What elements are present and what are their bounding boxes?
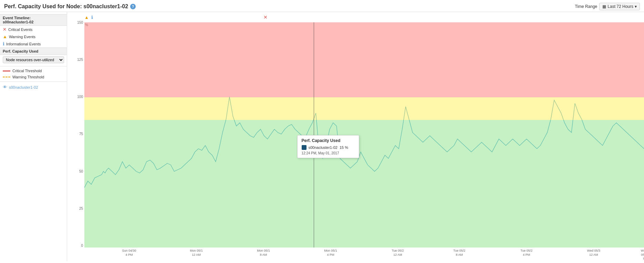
event-icon-info: ℹ xyxy=(91,15,93,20)
warning-threshold-label: Warning Threshold xyxy=(12,75,44,79)
perf-section-label: Perf. Capacity Used xyxy=(3,49,38,53)
event-timeline-node: s00nacluster1-02 xyxy=(3,20,33,24)
x-label-3: Mon 05/14 PM xyxy=(324,249,337,257)
info-events-label: Informational Events xyxy=(6,42,41,46)
sidebar-divider-1 xyxy=(0,66,67,66)
calendar-icon: ▦ xyxy=(602,4,606,9)
page-title: Perf. Capacity Used for Node: s00naclust… xyxy=(4,3,136,10)
warning-threshold-item: Warning Threshold xyxy=(0,74,67,80)
node-item[interactable]: 👁 s00nacluster1-02 xyxy=(0,83,67,91)
sidebar-item-warning-events[interactable]: ▲ Warning Events xyxy=(0,33,67,40)
header: Perf. Capacity Used for Node: s00naclust… xyxy=(0,0,644,12)
time-range-label: Time Range xyxy=(575,4,597,9)
x-label-6: Tue 05/24 PM xyxy=(520,249,532,257)
event-icons-row: ✕ xyxy=(84,12,644,22)
sidebar-divider-2 xyxy=(0,81,67,82)
help-icon[interactable]: ? xyxy=(130,4,136,9)
sidebar-item-critical-events[interactable]: ✕ Critical Events xyxy=(0,26,67,33)
critical-events-label: Critical Events xyxy=(8,28,32,32)
perf-section-header: Perf. Capacity Used xyxy=(0,47,67,55)
x-label-4: Tue 05/212 AM xyxy=(392,249,404,257)
critical-events-icon: ✕ xyxy=(3,27,7,32)
warning-threshold-line xyxy=(3,77,10,77)
event-icon-critical: ✕ xyxy=(263,14,268,20)
critical-threshold-label: Critical Threshold xyxy=(12,69,42,73)
event-timeline-label: Event Timeline: xyxy=(3,16,31,20)
y-label-0: 0 xyxy=(81,244,83,248)
warning-events-icon: ▲ xyxy=(3,34,7,39)
critical-threshold-item: Critical Threshold xyxy=(0,68,67,74)
tooltip-row: s00nacluster1-02 15 % xyxy=(302,145,355,150)
y-label-100: 100 xyxy=(77,95,83,99)
tooltip-time: 12:24 PM, May 01, 2017 xyxy=(302,151,355,155)
x-label-8: Wed 05/38 AM xyxy=(641,249,644,261)
perf-dropdown-section: Node resources over-utilized xyxy=(0,55,67,65)
x-label-0: Sun 04/304 PM xyxy=(122,249,136,257)
y-label-75: 75 xyxy=(79,132,83,136)
x-label-1: Mon 05/112 AM xyxy=(190,249,203,257)
y-axis: 150 125 100 75 50 25 0 xyxy=(67,21,84,248)
perf-dropdown[interactable]: Node resources over-utilized xyxy=(3,56,64,63)
chart-container: ✕ ▲ ℹ 150 125 100 75 50 25 0 % xyxy=(67,12,644,261)
time-range-button[interactable]: ▦ Last 72 Hours ▾ xyxy=(599,3,640,10)
x-label-2: Mon 05/18 AM xyxy=(257,249,270,257)
zone-warning xyxy=(84,97,644,120)
page-title-text: Perf. Capacity Used for Node: s00naclust… xyxy=(4,3,128,10)
y-label-125: 125 xyxy=(77,58,83,62)
chart-plot: % xyxy=(84,22,644,248)
chart-area: ✕ ▲ ℹ 150 125 100 75 50 25 0 % xyxy=(67,12,644,261)
tooltip-value: 15 % xyxy=(340,145,348,150)
main-content: Event Timeline: s00nacluster1-02 ✕ Criti… xyxy=(0,12,644,261)
event-icon-warning: ▲ xyxy=(84,15,89,20)
sidebar-item-info-events[interactable]: ℹ Informational Events xyxy=(0,40,67,47)
info-events-icon: ℹ xyxy=(3,41,4,46)
event-timeline-header: Event Timeline: s00nacluster1-02 xyxy=(0,14,67,26)
tooltip-title: Perf. Capacity Used xyxy=(302,138,355,143)
node-label: s00nacluster1-02 xyxy=(9,85,38,89)
y-label-25: 25 xyxy=(79,207,83,210)
x-axis: Sun 04/304 PM Mon 05/112 AM Mon 05/18 AM… xyxy=(84,248,644,261)
time-range-value: Last 72 Hours xyxy=(607,4,633,9)
eye-icon: 👁 xyxy=(3,85,7,90)
zone-normal xyxy=(84,120,644,248)
tooltip-color-box xyxy=(302,145,307,150)
x-label-7: Wed 05/312 AM xyxy=(587,249,600,257)
sidebar: Event Timeline: s00nacluster1-02 ✕ Criti… xyxy=(0,12,67,261)
chart-tooltip: Perf. Capacity Used s00nacluster1-02 15 … xyxy=(297,135,359,158)
y-label-50: 50 xyxy=(79,169,83,173)
y-label-150: 150 xyxy=(77,21,83,24)
x-label-5: Tue 05/28 AM xyxy=(453,249,465,257)
tooltip-node: s00nacluster1-02 xyxy=(309,145,337,150)
dropdown-arrow-icon: ▾ xyxy=(635,4,637,9)
critical-threshold-line xyxy=(3,70,10,72)
zone-critical xyxy=(84,22,644,97)
warning-events-label: Warning Events xyxy=(9,35,35,39)
time-range-section: Time Range ▦ Last 72 Hours ▾ xyxy=(575,3,640,10)
